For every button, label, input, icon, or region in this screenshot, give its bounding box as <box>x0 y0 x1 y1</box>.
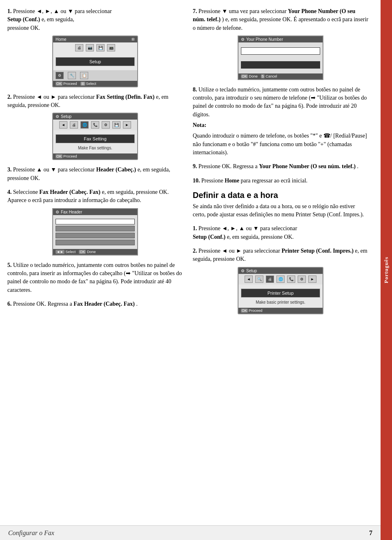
fax-input-active <box>56 219 135 224</box>
page-container: 1. Pressione ◄, ►, ▲ ou ▼ para seleccion… <box>0 0 392 540</box>
printer-nav-left: ◄ <box>245 276 253 283</box>
sub-step-1: 1. Pressione ◄, ►, ▲ ou ▼ para seleccion… <box>193 224 368 241</box>
fax-footer: OK Proceed <box>53 153 137 159</box>
step-4-text: 4. Seleccione Fax Header (Cabeç. Fax) e,… <box>7 188 183 205</box>
nota-text: Quando introduzir o número de telefone, … <box>193 132 368 157</box>
fax-done-label: OK Done <box>79 250 96 254</box>
nota-label: Nota: <box>193 121 368 129</box>
fax-header-screen: ⚙ Fax Header ◄► Select <box>52 208 138 256</box>
home-icons-row-2: ⚙ 🔧 📋 <box>53 70 137 81</box>
home-icon-5: ⚙ <box>56 72 64 79</box>
phone-input-dark <box>241 61 320 69</box>
printer-description: Make basic printer settings. <box>241 299 320 305</box>
fax-icon-4: ⚙ <box>102 121 110 129</box>
screen-title-bar: Home ⊞ <box>53 36 137 42</box>
fax-title-bar: ⚙ Setup <box>53 113 137 120</box>
printer-setup-item: Printer Setup <box>241 289 320 298</box>
step-3: 3. Pressione ▲ ou ▼ para seleccionar Hea… <box>7 166 183 182</box>
fax-select-label: ◄► Select <box>56 250 76 254</box>
printer-ok-label: OK Proceed <box>241 309 263 313</box>
fax-screen-mockup: ⚙ Setup ◄ 🖨 🌐 📞 ⚙ 💾 ► Fax Setting <box>52 113 138 160</box>
home-icon-1: 🖨 <box>75 44 83 51</box>
printer-icons-row: ◄ 🔍 🖨 🌐 📞 ⚙ ► <box>238 274 323 284</box>
sub-step-1-text: 1. Pressione ◄, ►, ▲ ou ▼ para seleccion… <box>193 224 368 241</box>
step-1: 1. Pressione ◄, ►, ▲ ou ▼ para seleccion… <box>7 7 183 87</box>
fax-nav-left: ◄ <box>59 121 67 129</box>
phone-footer: OK Done 5 Cancel <box>238 73 323 79</box>
home-icon-4: 📠 <box>107 44 115 51</box>
home-icon-7: 📋 <box>80 72 88 79</box>
bottom-bar: Configurar o Fax 7 <box>0 525 381 540</box>
home-title: Home <box>56 37 67 42</box>
sidebar-tab: Português <box>381 0 392 540</box>
phone-ok-label: OK Done <box>241 74 258 78</box>
right-column: 7. Pressione ▼ uma vez para seleccionar … <box>193 7 368 533</box>
fax-input-2 <box>56 233 135 238</box>
phone-cancel-label: 5 Cancel <box>261 74 277 78</box>
step-10-text: 10. Pressione Home para regressar ao ecr… <box>193 177 368 185</box>
printer-icon-1: 🔍 <box>255 276 263 283</box>
step-8: 8. Utilize o teclado numérico, juntament… <box>193 86 368 157</box>
printer-footer: OK Proceed <box>238 308 323 313</box>
fax-header-footer: ◄► Select OK Done <box>53 249 137 255</box>
step-5-text: 5. Utilize o teclado numérico, juntament… <box>7 261 183 294</box>
fax-icon-2: 🌐 <box>80 121 89 129</box>
sub-step-2-text: 2. Pressione ◄ ou ► para seleccionar Pri… <box>193 247 368 264</box>
sub-step-2: 2. Pressione ◄ ou ► para seleccionar Pri… <box>193 247 368 314</box>
printer-icon: ⚙ <box>241 269 245 273</box>
section-intro: Se ainda não tiver definido a data ou a … <box>193 202 368 219</box>
printer-screen-body: Printer Setup Make basic printer setting… <box>238 284 323 308</box>
screen-body: Setup <box>53 53 137 70</box>
setup-icon: ⚙ <box>56 114 59 119</box>
fax-icon-5: 💾 <box>112 121 120 129</box>
home-icon-3: 💾 <box>96 44 105 51</box>
home-icon-6: 🔧 <box>68 72 76 79</box>
select-label: ⊞ Select <box>80 82 96 86</box>
step-7: 7. Pressione ▼ uma vez para seleccionar … <box>193 7 368 80</box>
printer-icon-4: 📞 <box>287 276 295 283</box>
fax-setting-item: Fax Setting <box>56 134 135 143</box>
fax-icon-1: 🖨 <box>70 121 78 129</box>
left-column: 1. Pressione ◄, ►, ▲ ou ▼ para seleccion… <box>7 7 183 533</box>
fax-input-1 <box>56 226 135 231</box>
step-2-text: 2. Pressione ◄ ou ► para seleccionar Fax… <box>7 93 183 110</box>
fax-input-3 <box>56 240 135 245</box>
setup-menu-item: Setup <box>56 57 135 66</box>
printer-icon-3: 🌐 <box>276 276 285 283</box>
ok-label: OK Proceed <box>56 82 77 86</box>
step-9: 9. Pressione OK. Regressa a Your Phone N… <box>193 162 368 171</box>
step-2: 2. Pressione ◄ ou ► para seleccionar Fax… <box>7 93 183 160</box>
step-5: 5. Utilize o teclado numérico, juntament… <box>7 261 183 294</box>
fax-nav-right: ► <box>123 121 131 129</box>
page-number: 7 <box>369 529 372 537</box>
step-10: 10. Pressione Home para regressar ao ecr… <box>193 177 368 185</box>
step-4: 4. Seleccione Fax Header (Cabeç. Fax) e,… <box>7 188 183 256</box>
fax-header-bar: ⚙ Fax Header <box>53 209 137 215</box>
phone-body <box>238 42 323 73</box>
section-title: Definir a data e a hora <box>193 191 368 200</box>
step-6: 6. Pressione OK. Regressa a Fax Header (… <box>7 300 183 308</box>
fax-description: Make Fax settings. <box>56 145 135 151</box>
step-3-text: 3. Pressione ▲ ou ▼ para seleccionar Hea… <box>7 166 183 182</box>
step-6-text: 6. Pressione OK. Regressa a Fax Header (… <box>7 300 183 308</box>
fax-header-icon: ⚙ <box>56 210 59 214</box>
step-8-text: 8. Utilize o teclado numérico, juntament… <box>193 86 368 119</box>
date-time-section: Definir a data e a hora Se ainda não tiv… <box>193 191 368 219</box>
fax-header-body <box>53 215 137 249</box>
printer-nav-right: ► <box>308 276 316 283</box>
printer-title-bar: ⚙ Setup <box>238 268 323 274</box>
home-icons-row: 🖨 📷 💾 📠 <box>53 42 137 53</box>
printer-icon-2: 🖨 <box>266 276 274 283</box>
printer-icon-5: ⚙ <box>298 276 306 283</box>
fax-screen-body: Fax Setting Make Fax settings. <box>53 130 137 153</box>
step-1-text: 1. Pressione ◄, ►, ▲ ou ▼ para seleccion… <box>7 7 183 32</box>
bottom-bar-text: Configurar o Fax <box>8 529 54 537</box>
fax-icons-row: ◄ 🖨 🌐 📞 ⚙ 💾 ► <box>53 120 137 130</box>
printer-screen-mockup: ⚙ Setup ◄ 🔍 🖨 🌐 📞 ⚙ ► Printer Setup <box>238 267 323 314</box>
home-screen-mockup: Home ⊞ 🖨 📷 💾 📠 Setup ⚙ 🔧 <box>52 36 138 87</box>
fax-icon-3: 📞 <box>91 121 99 129</box>
main-content: 1. Pressione ◄, ►, ▲ ou ▼ para seleccion… <box>0 0 392 540</box>
phone-icon: ⚙ <box>241 37 245 42</box>
phone-input-box <box>241 47 320 55</box>
step-7-text: 7. Pressione ▼ uma vez para seleccionar … <box>193 7 368 32</box>
